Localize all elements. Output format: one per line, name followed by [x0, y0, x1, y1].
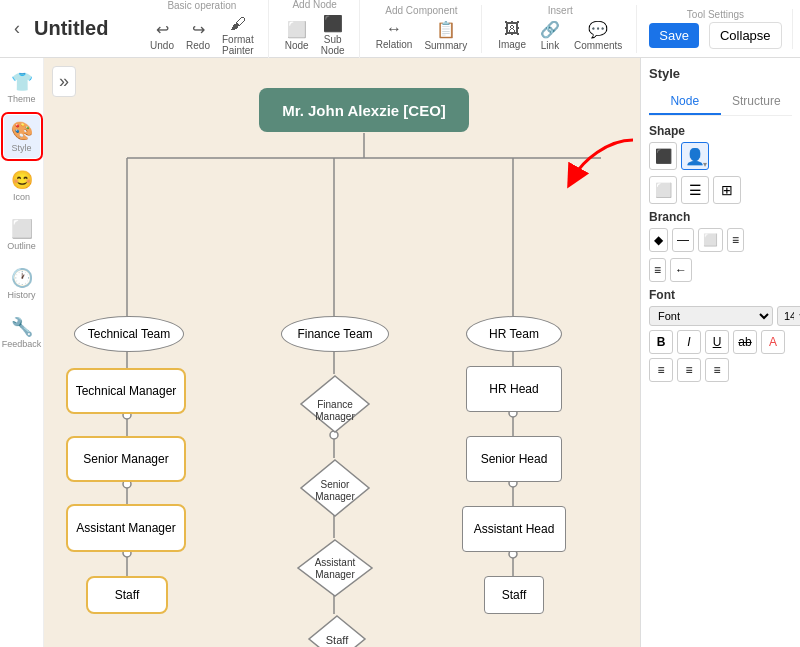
finance-manager-node[interactable]: Finance Manager: [299, 374, 371, 434]
assistant-manager-tech-node[interactable]: Assistant Manager: [66, 504, 186, 552]
shape-icon-btn[interactable]: 👤: [681, 142, 709, 170]
shape-fill-btn[interactable]: ⬛: [649, 142, 677, 170]
text-align-row: ≡ ≡ ≡: [649, 358, 792, 382]
font-size-select[interactable]: 14 12 16 18: [777, 306, 800, 326]
theme-icon: 👕: [11, 71, 33, 93]
comments-button[interactable]: 💬Comments: [570, 18, 626, 53]
svg-text:Manager: Manager: [315, 411, 355, 422]
format-painter-button[interactable]: 🖌Format Painter: [218, 13, 258, 58]
shape-lines-btn[interactable]: ☰: [681, 176, 709, 204]
senior-manager-tech-node[interactable]: Senior Manager: [66, 436, 186, 482]
sidebar-item-style[interactable]: 🎨 Style: [4, 115, 40, 158]
relation-button[interactable]: ↔Relation: [372, 18, 417, 52]
toolbar-group-add-component: Add Component ↔Relation 📋Summary: [372, 5, 483, 53]
technical-manager-label: Technical Manager: [76, 384, 177, 398]
assistant-manager-fin-node[interactable]: Assistant Manager: [296, 538, 374, 598]
shape-rect-btn[interactable]: ⬜: [649, 176, 677, 204]
sidebar-item-history[interactable]: 🕐 History: [4, 262, 40, 305]
shape-table-btn[interactable]: ⊞: [713, 176, 741, 204]
shape-section-label: Shape: [649, 124, 792, 138]
expand-button[interactable]: »: [52, 66, 76, 97]
staff-fin-node[interactable]: Staff: [307, 614, 367, 647]
assistant-head-label: Assistant Head: [474, 522, 555, 536]
bold-button[interactable]: B: [649, 330, 673, 354]
hr-head-label: HR Head: [489, 382, 538, 396]
staff-hr-node[interactable]: Staff: [484, 576, 544, 614]
svg-text:Assistant: Assistant: [315, 557, 356, 568]
technical-manager-node[interactable]: Technical Manager: [66, 368, 186, 414]
link-button[interactable]: 🔗Link: [534, 18, 566, 53]
shape-row-1: ⬜ ☰ ⊞: [649, 176, 792, 204]
staff-tech-node[interactable]: Staff: [86, 576, 168, 614]
collapse-button[interactable]: Collapse: [709, 22, 782, 49]
outline-icon: ⬜: [11, 218, 33, 240]
style-icon: 🎨: [11, 120, 33, 142]
svg-text:Finance: Finance: [317, 399, 353, 410]
branch-btn-1[interactable]: ◆: [649, 228, 668, 252]
senior-head-label: Senior Head: [481, 452, 548, 466]
svg-text:Senior: Senior: [321, 479, 351, 490]
branch-btn-4[interactable]: ≡: [727, 228, 744, 252]
add-component-label: Add Component: [385, 5, 457, 16]
add-node-label: Add Node: [292, 0, 336, 10]
app-title: Untitled: [34, 17, 124, 40]
icon-icon: 😊: [11, 169, 33, 191]
toolbar-group-tool-settings: Tool Settings Save Collapse: [649, 9, 792, 49]
tab-node[interactable]: Node: [649, 89, 721, 115]
ceo-node[interactable]: Mr. John Alexzie [CEO]: [259, 88, 469, 132]
align-center-button[interactable]: ≡: [677, 358, 701, 382]
staff-hr-label: Staff: [502, 588, 526, 602]
finance-team-label: Finance Team: [297, 327, 372, 341]
branch-btn-5[interactable]: ≡: [649, 258, 666, 282]
hr-head-node[interactable]: HR Head: [466, 366, 562, 412]
sidebar-item-icon[interactable]: 😊 Icon: [4, 164, 40, 207]
italic-button[interactable]: I: [677, 330, 701, 354]
canvas[interactable]: »: [44, 58, 640, 647]
strikethrough-button[interactable]: ab: [733, 330, 757, 354]
sidebar-item-theme[interactable]: 👕 Theme: [4, 66, 40, 109]
sidebar-item-feedback[interactable]: 🔧 Feedback: [4, 311, 40, 354]
main-area: 👕 Theme 🎨 Style 😊 Icon ⬜ Outline 🕐 Histo…: [0, 58, 800, 647]
branch-btn-6[interactable]: ←: [670, 258, 692, 282]
right-panel: Style Node Structure Shape ⬛ 👤 ⬜ ☰ ⊞ Bra…: [640, 58, 800, 647]
technical-team-node[interactable]: Technical Team: [74, 316, 184, 352]
staff-tech-label: Staff: [115, 588, 139, 602]
style-header: Style: [649, 66, 792, 81]
assistant-head-node[interactable]: Assistant Head: [462, 506, 566, 552]
text-color-button[interactable]: A: [761, 330, 785, 354]
technical-team-label: Technical Team: [88, 327, 171, 341]
hr-team-node[interactable]: HR Team: [466, 316, 562, 352]
expand-icon: »: [59, 71, 69, 91]
align-right-button[interactable]: ≡: [705, 358, 729, 382]
font-select[interactable]: Font Arial Times New Roman: [649, 306, 773, 326]
node-button[interactable]: ⬜Node: [281, 18, 313, 53]
save-button[interactable]: Save: [649, 23, 699, 48]
branch-btn-3[interactable]: ⬜: [698, 228, 723, 252]
ceo-node-label: Mr. John Alexzie [CEO]: [282, 102, 446, 119]
toolbar-group-insert: Insert 🖼Image 🔗Link 💬Comments: [494, 5, 637, 53]
sub-node-button[interactable]: ⬛Sub Node: [317, 12, 349, 58]
summary-button[interactable]: 📋Summary: [420, 18, 471, 53]
tab-structure[interactable]: Structure: [721, 89, 793, 115]
align-left-button[interactable]: ≡: [649, 358, 673, 382]
undo-button[interactable]: ↩Undo: [146, 18, 178, 53]
tool-settings-label: Tool Settings: [687, 9, 744, 20]
svg-text:Manager: Manager: [315, 491, 355, 502]
font-section-label: Font: [649, 288, 792, 302]
branch-btn-2[interactable]: —: [672, 228, 694, 252]
finance-team-node[interactable]: Finance Team: [281, 316, 389, 352]
topbar: ‹ Untitled Basic operation ↩Undo ↪Redo 🖌…: [0, 0, 800, 58]
redo-button[interactable]: ↪Redo: [182, 18, 214, 53]
left-sidebar: 👕 Theme 🎨 Style 😊 Icon ⬜ Outline 🕐 Histo…: [0, 58, 44, 647]
panel-tabs: Node Structure: [649, 89, 792, 116]
image-button[interactable]: 🖼Image: [494, 18, 530, 52]
senior-manager-fin-node[interactable]: Senior Manager: [299, 458, 371, 518]
underline-button[interactable]: U: [705, 330, 729, 354]
branch-row-2: ≡ ←: [649, 258, 792, 282]
senior-head-node[interactable]: Senior Head: [466, 436, 562, 482]
sidebar-item-outline[interactable]: ⬜ Outline: [4, 213, 40, 256]
back-button[interactable]: ‹: [8, 14, 26, 43]
senior-manager-tech-label: Senior Manager: [83, 452, 168, 466]
feedback-icon: 🔧: [11, 316, 33, 338]
hr-team-label: HR Team: [489, 327, 539, 341]
